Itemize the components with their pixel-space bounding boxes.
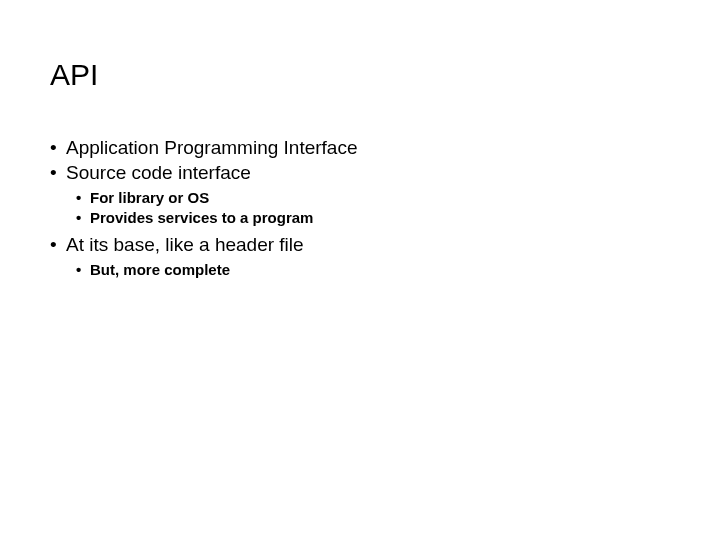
list-item: At its base, like a header file (50, 232, 670, 257)
list-item-text: For library or OS (90, 188, 209, 208)
list-item-text: Application Programming Interface (66, 135, 357, 160)
bullet-icon (50, 232, 66, 257)
bullet-icon (76, 208, 90, 228)
slide-title: API (50, 58, 670, 91)
list-item: But, more complete (76, 260, 670, 280)
slide: API Application Programming Interface So… (0, 0, 720, 540)
list-item-text: At its base, like a header file (66, 232, 304, 257)
list-item: Provides services to a program (76, 208, 670, 228)
bullet-icon (50, 160, 66, 185)
list-item: Source code interface (50, 160, 670, 185)
list-item-text: But, more complete (90, 260, 230, 280)
bullet-icon (50, 135, 66, 160)
bullet-icon (76, 188, 90, 208)
list-item-text: Provides services to a program (90, 208, 313, 228)
sub-list: But, more complete (76, 260, 670, 280)
list-item: For library or OS (76, 188, 670, 208)
sub-list: For library or OS Provides services to a… (76, 188, 670, 229)
list-item: Application Programming Interface (50, 135, 670, 160)
list-item-text: Source code interface (66, 160, 251, 185)
bullet-icon (76, 260, 90, 280)
bullet-list: Application Programming Interface Source… (50, 135, 670, 280)
